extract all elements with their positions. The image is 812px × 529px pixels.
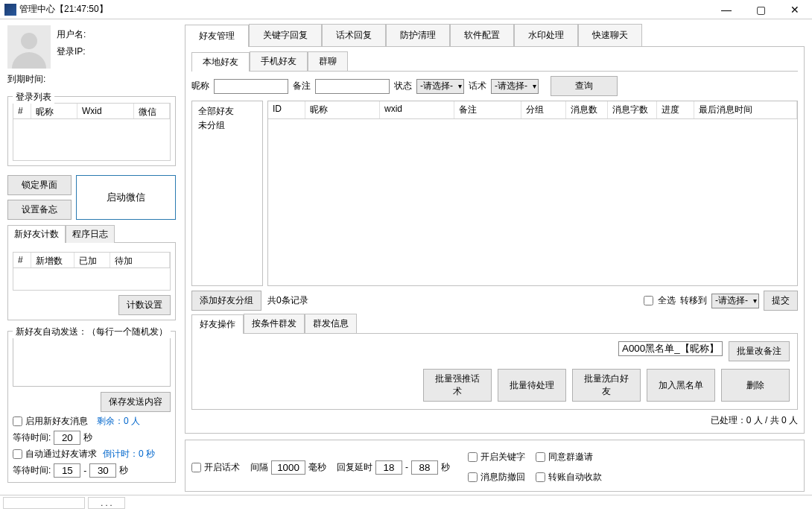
count-table-body[interactable] (13, 268, 171, 291)
tree-all-friends[interactable]: 全部好友 (195, 104, 259, 118)
ops-tab-friend-ops[interactable]: 好友操作 (191, 314, 244, 334)
count-setting-button[interactable]: 计数设置 (118, 295, 171, 315)
tab-keyword-reply[interactable]: 关键字回复 (249, 24, 322, 46)
processed-status: 已处理：0 人 / 共 0 人 (191, 414, 798, 427)
close-button[interactable]: ✕ (778, 0, 812, 19)
set-memo-button[interactable]: 设置备忘 (7, 200, 72, 220)
ops-tab-group-send[interactable]: 群发信息 (305, 314, 357, 333)
group-tree[interactable]: 全部好友 未分组 (191, 101, 263, 286)
ops-tab-cond-send[interactable]: 按条件群发 (244, 314, 305, 333)
friend-grid-body[interactable] (268, 119, 797, 285)
auto-pass-friend-checkbox[interactable] (13, 449, 22, 459)
minimize-button[interactable]: — (709, 0, 743, 19)
reply-delay-input-b[interactable] (411, 460, 438, 475)
batch-whiten-button[interactable]: 批量洗白好友 (572, 369, 641, 402)
login-list-group: 登录列表 # 昵称 Wxid 微信 (7, 96, 176, 166)
open-script-label: 开启话术 (204, 461, 240, 474)
tab-script-reply[interactable]: 话术回复 (322, 24, 386, 46)
sub-tabs: 本地好友 手机好友 群聊 (191, 51, 798, 72)
start-wechat-button[interactable]: 启动微信 (76, 175, 176, 220)
filter-status-select[interactable]: -请选择- (416, 79, 464, 94)
subtab-phone-friends[interactable]: 手机好友 (250, 51, 308, 71)
add-friend-group-button[interactable]: 添加好友分组 (191, 291, 261, 311)
countdown-label: 倒计时：0 秒 (103, 448, 155, 460)
app-icon (4, 4, 16, 16)
query-button[interactable]: 查询 (551, 76, 618, 96)
remain-count: 剩余：0 人 (97, 415, 140, 428)
open-script-checkbox[interactable] (191, 463, 201, 472)
auto-send-legend: 新好友自动发送：（每行一个随机发） (13, 326, 171, 338)
save-send-content-button[interactable]: 保存发送内容 (101, 392, 171, 412)
delete-button[interactable]: 删除 (721, 369, 790, 402)
col-wx: 微信 (134, 104, 170, 118)
filter-remark-label: 备注 (293, 80, 311, 92)
col-nick: 昵称 (31, 104, 77, 118)
enable-new-friend-msg-checkbox[interactable] (13, 416, 22, 426)
login-list-legend: 登录列表 (13, 91, 54, 104)
batch-push-button[interactable]: 批量强推话术 (423, 369, 492, 402)
open-keyword-label: 开启关键字 (480, 451, 525, 463)
agree-group-label: 同意群邀请 (548, 451, 593, 463)
avatar (7, 25, 51, 69)
tree-ungrouped[interactable]: 未分组 (195, 118, 259, 133)
agree-group-checkbox[interactable] (536, 452, 545, 462)
col-wxid: Wxid (77, 104, 134, 118)
ops-area: 批量改备注 批量强推话术 批量待处理 批量洗白好友 加入黑名单 删除 (191, 334, 798, 410)
left-panel: 用户名: 登录IP: 到期时间: 登录列表 # 昵称 Wxid 微信 锁定界面 … (0, 19, 182, 495)
select-all-checkbox[interactable] (644, 296, 653, 305)
expire-label: 到期时间: (7, 73, 176, 86)
interval-input[interactable] (271, 460, 305, 475)
move-to-select[interactable]: -请选择- (711, 294, 759, 308)
wait-time-input-2b[interactable] (89, 463, 116, 478)
tab-friend-manage[interactable]: 好友管理 (185, 25, 249, 47)
auto-collect-checkbox[interactable] (536, 472, 545, 482)
window-controls: — ▢ ✕ (709, 0, 812, 19)
batch-remark-button[interactable]: 批量改备注 (729, 341, 790, 361)
interval-label: 间隔 (250, 461, 268, 474)
batch-pending-button[interactable]: 批量待处理 (498, 369, 566, 402)
status-segment-1 (3, 497, 85, 509)
open-keyword-checkbox[interactable] (468, 452, 478, 462)
reply-delay-label: 回复延时 (337, 461, 372, 474)
blacklist-name-input[interactable] (618, 341, 723, 356)
bottom-bar: 开启话术 间隔 毫秒 回复延时 - 秒 开启关键字 (185, 440, 805, 492)
count-col-done: 已加 (74, 253, 110, 267)
login-table-body[interactable] (13, 119, 171, 161)
main-tabs: 好友管理 关键字回复 话术回复 防护清理 软件配置 水印处理 快速聊天 (185, 24, 805, 47)
filter-script-select[interactable]: -请选择- (491, 79, 539, 94)
tab-watermark[interactable]: 水印处理 (514, 24, 578, 46)
ops-tabs: 好友操作 按条件群发 群发信息 (191, 314, 798, 334)
submit-button[interactable]: 提交 (764, 291, 798, 311)
tab-program-log[interactable]: 程序日志 (66, 225, 115, 243)
anti-recall-label: 消息防撤回 (480, 471, 525, 484)
tab-software-config[interactable]: 软件配置 (450, 24, 514, 46)
auto-pass-friend-label: 自动通过好友请求 (25, 448, 97, 460)
filter-nick-input[interactable] (214, 79, 288, 94)
record-count: 共0条记录 (267, 294, 308, 307)
tab-quick-chat[interactable]: 快速聊天 (578, 24, 642, 46)
count-col-add: 新增数 (31, 253, 74, 267)
wait-time-input-2a[interactable] (54, 463, 80, 478)
tab-new-friend-count[interactable]: 新好友计数 (7, 225, 66, 243)
subtab-local-friends[interactable]: 本地好友 (191, 52, 250, 72)
auto-collect-label: 转账自动收款 (548, 471, 602, 484)
wait-time-input-1[interactable] (54, 431, 80, 445)
window-title: 管理中心【21:47:50】 (19, 3, 108, 16)
filter-remark-input[interactable] (315, 79, 390, 94)
auto-send-group: 新好友自动发送：（每行一个随机发） 保存发送内容 启用新好友消息 剩余：0 人 … (7, 331, 176, 483)
anti-recall-checkbox[interactable] (468, 472, 478, 482)
titlebar: 管理中心【21:47:50】 — ▢ ✕ (0, 0, 812, 19)
maximize-button[interactable]: ▢ (743, 0, 778, 19)
filter-status-label: 状态 (394, 80, 412, 92)
wait-time-label-1: 等待时间: (13, 431, 51, 444)
lock-ui-button[interactable]: 锁定界面 (7, 175, 72, 195)
select-all-label: 全选 (658, 294, 676, 307)
tab-protect-clean[interactable]: 防护清理 (386, 24, 450, 46)
count-col-idx: # (13, 253, 31, 267)
reply-delay-input-a[interactable] (375, 460, 402, 475)
add-blacklist-button[interactable]: 加入黑名单 (647, 369, 715, 402)
subtab-group-chat[interactable]: 群聊 (308, 51, 348, 71)
username-label: 用户名: (57, 28, 86, 41)
auto-send-textarea[interactable] (13, 338, 171, 387)
filter-row: 昵称 备注 状态 -请选择- 话术 -请选择- 查询 (191, 76, 798, 96)
